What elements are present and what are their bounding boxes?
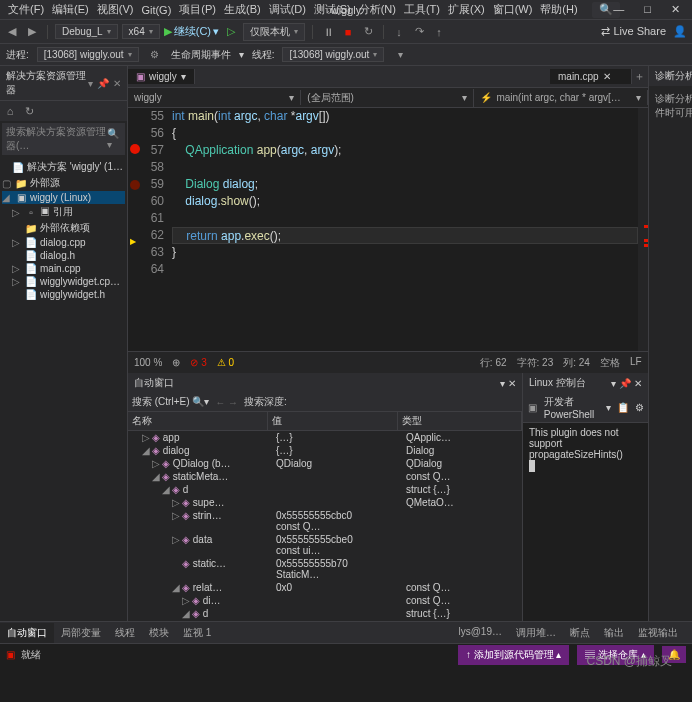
tab-callstack[interactable]: 调用堆… (509, 623, 563, 643)
forward-icon[interactable]: ▶ (24, 24, 40, 40)
tab-output[interactable]: 输出 (597, 623, 631, 643)
col-type[interactable]: 类型 (398, 412, 522, 430)
code-editor[interactable]: ▶ 55565758596061626364 int main(int argc… (128, 108, 648, 351)
tree-item[interactable]: 📄解决方案 'wiggly' (1… (2, 159, 125, 175)
select-repo[interactable]: ▤ 选择仓库 ▴ (577, 645, 654, 665)
col-name[interactable]: 名称 (128, 412, 268, 430)
step-out-icon[interactable]: ↑ (431, 24, 447, 40)
autos-row[interactable]: ▷◈ data0x55555555cbe0 const ui… (128, 533, 522, 557)
maximize-icon[interactable]: □ (640, 1, 655, 18)
thread-selector[interactable]: [13068] wiggly.out▾ (282, 47, 384, 62)
tree-item[interactable]: ▷📄dialog.cpp (2, 236, 125, 249)
menu-window[interactable]: 窗口(W) (489, 0, 537, 19)
project-pill[interactable]: ▣ wiggly ▾ (128, 69, 195, 84)
lifecycle-icon[interactable]: ⚙ (147, 47, 163, 63)
autos-row[interactable]: ▷◈ di…const Q… (128, 594, 522, 607)
add-to-source-control[interactable]: ↑ 添加到源代码管理 ▴ (458, 645, 570, 665)
tab-watch[interactable]: 监视 1 (176, 623, 218, 643)
line-indicator[interactable]: 行: 62 (480, 356, 507, 370)
autos-row[interactable]: ▷◈ strin…0x55555555cbc0 const Q… (128, 509, 522, 533)
tab-close-icon[interactable]: ✕ (603, 71, 611, 82)
indent-indicator[interactable]: 空格 (600, 356, 620, 370)
platform-selector[interactable]: x64▾ (122, 24, 160, 39)
tree-item[interactable]: 📁外部依赖项 (2, 220, 125, 236)
notifications-icon[interactable]: 🔔 (662, 646, 686, 663)
tab-remote[interactable]: lys@19… (452, 623, 510, 643)
tree-item[interactable]: ▷📄wigglywidget.cp… (2, 275, 125, 288)
col-indicator[interactable]: 列: 24 (563, 356, 590, 370)
eol-indicator[interactable]: LF (630, 356, 642, 370)
nav-icon[interactable]: ⊕ (172, 357, 180, 368)
step-into-icon[interactable]: ↓ (391, 24, 407, 40)
refresh-icon[interactable]: ↻ (21, 103, 37, 119)
menu-file[interactable]: 文件(F) (4, 0, 48, 19)
autos-row[interactable]: ◢◈ dstruct {…} (128, 483, 522, 496)
menu-git[interactable]: Git(G) (137, 2, 175, 18)
autos-row[interactable]: ▷◈ supe…QMetaO… (128, 496, 522, 509)
copy-icon[interactable]: 📋 (617, 402, 629, 413)
autos-row[interactable]: ◈ static…0x55555555b70 StaticM… (128, 557, 522, 581)
restart-icon[interactable]: ↻ (360, 24, 376, 40)
autos-row[interactable]: ◢◈ dialog{…}Dialog (128, 444, 522, 457)
menu-project[interactable]: 项目(P) (175, 0, 220, 19)
tree-item[interactable]: 📄wigglywidget.h (2, 288, 125, 301)
tab-modules[interactable]: 模块 (142, 623, 176, 643)
debug-mode-selector[interactable]: 仅限本机▾ (243, 23, 305, 41)
tab-watch-output[interactable]: 监视输出 (631, 623, 685, 643)
tab-autos[interactable]: 自动窗口 (0, 623, 54, 643)
col-value[interactable]: 值 (268, 412, 398, 430)
continue-button[interactable]: ▶继续(C)▾ (164, 24, 219, 39)
tab-threads[interactable]: 线程 (108, 623, 142, 643)
tree-item[interactable]: ▷▫▣ 引用 (2, 204, 125, 220)
menu-edit[interactable]: 编辑(E) (48, 0, 93, 19)
minimap[interactable] (638, 108, 648, 351)
tree-item[interactable]: ◢▣wiggly (Linux) (2, 191, 125, 204)
nav-function[interactable]: ⚡main(int argc, char * argv[…▾ (474, 90, 647, 105)
menu-build[interactable]: 生成(B) (220, 0, 265, 19)
nav-scope[interactable]: (全局范围)▾ (301, 89, 474, 107)
gear-icon[interactable]: ⚙ (635, 402, 644, 413)
nav-project[interactable]: wiggly▾ (128, 90, 301, 105)
stack-frame-icon[interactable]: ▾ (392, 47, 408, 63)
run-without-debug-icon[interactable]: ▷ (223, 24, 239, 40)
new-tab-icon[interactable]: ＋ (632, 69, 648, 85)
menu-debug[interactable]: 调试(D) (265, 0, 310, 19)
console-output[interactable]: This plugin does not support propagateSi… (523, 423, 648, 621)
back-icon[interactable]: ◀ (4, 24, 20, 40)
menu-tools[interactable]: 工具(T) (400, 0, 444, 19)
tab-breakpoints[interactable]: 断点 (563, 623, 597, 643)
tab-locals[interactable]: 局部变量 (54, 623, 108, 643)
step-over-icon[interactable]: ↷ (411, 24, 427, 40)
pin-icon[interactable]: 📌 (97, 78, 109, 89)
autos-row[interactable]: ◢◈ staticMeta…const Q… (128, 470, 522, 483)
char-indicator[interactable]: 字符: 23 (517, 356, 554, 370)
stop-icon[interactable]: ■ (340, 24, 356, 40)
editor-tab-main[interactable]: main.cpp ✕ (550, 69, 632, 84)
tree-item[interactable]: 📄dialog.h (2, 249, 125, 262)
home-icon[interactable]: ⌂ (2, 103, 18, 119)
menu-extensions[interactable]: 扩展(X) (444, 0, 489, 19)
autos-row[interactable]: ▷◈ QDialog (b…QDialogQDialog (128, 457, 522, 470)
terminal-icon[interactable]: ▣ (527, 400, 538, 416)
autos-row[interactable]: ▷◈ app{…}QApplic… (128, 431, 522, 444)
account-icon[interactable]: 👤 (672, 24, 688, 40)
tree-item[interactable]: ▷📄main.cpp (2, 262, 125, 275)
close-panel-icon[interactable]: ✕ (113, 78, 121, 89)
minimize-icon[interactable]: — (609, 1, 628, 18)
dropdown-icon[interactable]: ▾ (88, 78, 93, 89)
autos-row[interactable]: ◢◈ dstruct {…} (128, 607, 522, 620)
process-selector[interactable]: [13068] wiggly.out▾ (37, 47, 139, 62)
warning-count[interactable]: ⚠ 0 (217, 357, 234, 368)
solution-search[interactable]: 搜索解决方案资源管理器(… 🔍▾ (2, 123, 125, 155)
menu-view[interactable]: 视图(V) (93, 0, 138, 19)
close-icon[interactable]: ✕ (667, 1, 684, 18)
live-share-button[interactable]: ⇄ Live Share (601, 25, 666, 38)
menu-help[interactable]: 帮助(H) (536, 0, 581, 19)
zoom-level[interactable]: 100 % (134, 357, 162, 368)
error-count[interactable]: ⊘ 3 (190, 357, 206, 368)
tree-item[interactable]: ▢📁外部源 (2, 175, 125, 191)
config-selector[interactable]: Debug_L▾ (55, 24, 118, 39)
autos-search[interactable]: 搜索 (Ctrl+E) 🔍▾ (132, 395, 209, 409)
pause-icon[interactable]: ⏸ (320, 24, 336, 40)
autos-row[interactable]: ◢◈ relat…0x0const Q… (128, 581, 522, 594)
